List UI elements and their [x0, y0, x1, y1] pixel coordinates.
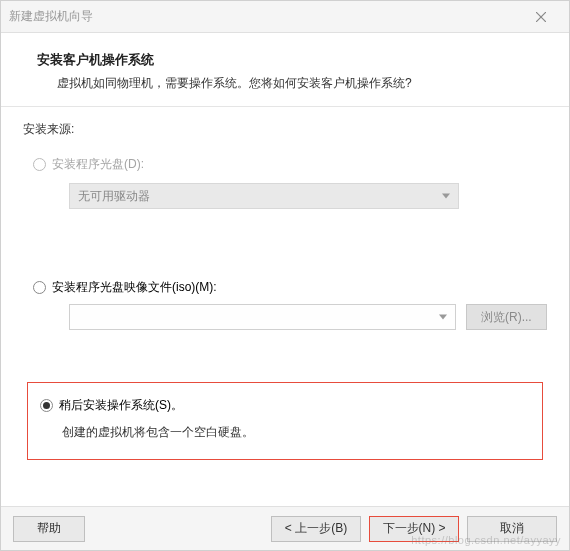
window-title: 新建虚拟机向导 [9, 8, 521, 25]
page-subtitle: 虚拟机如同物理机，需要操作系统。您将如何安装客户机操作系统? [37, 75, 533, 92]
wizard-body: 安装来源: 安装程序光盘(D): 无可用驱动器 安装程序光盘映像文件(iso)(… [1, 107, 569, 470]
chevron-down-icon [442, 194, 450, 199]
titlebar: 新建虚拟机向导 [1, 1, 569, 33]
option-installer-disc: 安装程序光盘(D): 无可用驱动器 [33, 156, 547, 209]
option-install-later-desc: 创建的虚拟机将包含一个空白硬盘。 [62, 424, 530, 441]
radio-installer-disc[interactable]: 安装程序光盘(D): [33, 156, 547, 173]
help-button[interactable]: 帮助 [13, 516, 85, 542]
iso-path-input[interactable] [69, 304, 456, 330]
highlight-box: 稍后安装操作系统(S)。 创建的虚拟机将包含一个空白硬盘。 [27, 382, 543, 460]
radio-icon [33, 158, 46, 171]
back-button[interactable]: < 上一步(B) [271, 516, 361, 542]
radio-label: 安装程序光盘映像文件(iso)(M): [52, 279, 217, 296]
radio-install-later[interactable]: 稍后安装操作系统(S)。 [40, 397, 530, 414]
wizard-header: 安装客户机操作系统 虚拟机如同物理机，需要操作系统。您将如何安装客户机操作系统? [1, 33, 569, 107]
radio-iso-file[interactable]: 安装程序光盘映像文件(iso)(M): [33, 279, 547, 296]
radio-label: 安装程序光盘(D): [52, 156, 144, 173]
dropdown-value: 无可用驱动器 [78, 188, 150, 205]
radio-icon [40, 399, 53, 412]
drive-dropdown[interactable]: 无可用驱动器 [69, 183, 459, 209]
browse-button[interactable]: 浏览(R)... [466, 304, 547, 330]
radio-icon [33, 281, 46, 294]
watermark: https://blog.csdn.net/ayyayy [411, 534, 561, 546]
chevron-down-icon [439, 315, 447, 320]
option-install-later: 稍后安装操作系统(S)。 创建的虚拟机将包含一个空白硬盘。 [40, 397, 530, 441]
close-icon [536, 12, 546, 22]
page-title: 安装客户机操作系统 [37, 51, 533, 69]
source-label: 安装来源: [23, 121, 547, 138]
option-iso-file: 安装程序光盘映像文件(iso)(M): 浏览(R)... [33, 279, 547, 330]
close-button[interactable] [521, 1, 561, 33]
radio-label: 稍后安装操作系统(S)。 [59, 397, 183, 414]
